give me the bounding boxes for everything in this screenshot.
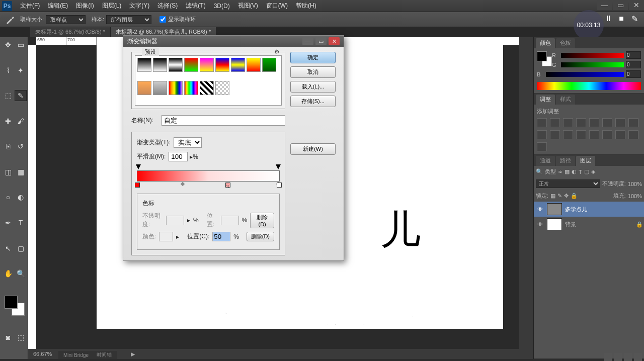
tab-styles[interactable]: 样式	[556, 95, 575, 105]
filter-type-icon[interactable]: T	[579, 169, 582, 175]
stop-icon[interactable]: ■	[617, 14, 626, 23]
name-input[interactable]	[162, 115, 285, 126]
preset-item[interactable]	[200, 81, 214, 95]
g-value[interactable]	[626, 61, 641, 68]
dlg-minimize-button[interactable]: —	[302, 37, 313, 45]
menu-help[interactable]: 帮助(H)	[292, 2, 320, 10]
menu-3d[interactable]: 3D(D)	[210, 3, 234, 10]
quick-mask-tool[interactable]: ◙	[2, 332, 14, 343]
layer-name[interactable]: 背景	[565, 221, 576, 228]
dlg-close-button[interactable]: ✕	[329, 37, 340, 45]
menu-window[interactable]: 窗口(W)	[262, 2, 292, 10]
lock-move-icon[interactable]: ✥	[564, 193, 569, 199]
fill-value[interactable]: 100%	[628, 193, 642, 199]
adj-invert-icon[interactable]	[563, 130, 573, 139]
save-button[interactable]: 存储(S)...	[290, 96, 336, 107]
adj-photo-icon[interactable]	[628, 118, 638, 127]
preset-item[interactable]	[184, 58, 198, 72]
opacity-stop-right[interactable]	[276, 164, 281, 169]
shape-tool[interactable]: ▢	[15, 243, 27, 254]
delete-opacity-button[interactable]: 删除(D)	[250, 213, 274, 228]
position-c-input[interactable]	[212, 232, 230, 241]
lock-all-icon[interactable]: 🔒	[571, 193, 578, 199]
preset-item[interactable]	[231, 58, 245, 72]
zoom-level[interactable]: 66.67%	[33, 351, 52, 357]
filter-smart-icon[interactable]: ◈	[591, 168, 595, 175]
history-brush-tool[interactable]: ↺	[15, 141, 27, 152]
dialog-titlebar[interactable]: 渐变编辑器 — ▭ ✕	[123, 36, 344, 47]
menu-layer[interactable]: 图层(L)	[98, 2, 126, 10]
screen-mode-tool[interactable]: ⬚	[15, 332, 27, 343]
r-slider[interactable]	[561, 53, 624, 58]
layer-name[interactable]: 多学点儿	[565, 206, 587, 213]
taskbar-icon[interactable]	[614, 353, 622, 361]
adj-curves-icon[interactable]	[563, 118, 573, 127]
b-value[interactable]	[626, 70, 641, 78]
adj-thresh-icon[interactable]	[589, 130, 599, 139]
delete-color-button[interactable]: 删除(D)	[247, 232, 274, 241]
adj-channel-icon[interactable]	[537, 130, 547, 139]
sample-select[interactable]: 所有图层	[106, 15, 151, 24]
color-stop-left[interactable]	[135, 183, 140, 188]
type-select[interactable]: 实底	[174, 137, 202, 148]
preset-item[interactable]	[247, 58, 261, 72]
visibility-icon[interactable]: 👁	[536, 221, 544, 227]
zoom-tool[interactable]: 🔍	[15, 268, 27, 279]
eyedropper-tool[interactable]: ✎	[15, 90, 27, 101]
new-button[interactable]: 新建(W)	[290, 143, 336, 155]
pen-tool[interactable]: ✒	[2, 217, 14, 228]
dodge-tool[interactable]: ◐	[15, 192, 27, 203]
preset-item[interactable]	[169, 81, 183, 95]
preset-item[interactable]	[184, 81, 198, 95]
lock-paint-icon[interactable]: ✎	[557, 193, 562, 199]
taskbar-icon[interactable]	[634, 353, 642, 361]
g-slider[interactable]	[561, 62, 624, 67]
filter-adj-icon[interactable]: ◐	[572, 168, 577, 175]
adj-hue-icon[interactable]	[602, 118, 612, 127]
gradient-tool[interactable]: ▦	[15, 166, 27, 177]
color-spectrum[interactable]	[537, 82, 641, 90]
preset-gear-icon[interactable]: ⚙	[274, 48, 280, 55]
taskbar-icon[interactable]	[604, 353, 612, 361]
preset-item[interactable]	[153, 81, 167, 95]
ok-button[interactable]: 确定	[290, 52, 336, 63]
color-stop-right[interactable]	[277, 183, 282, 188]
adj-gradmap-icon[interactable]	[602, 130, 612, 139]
r-value[interactable]	[626, 51, 641, 59]
tab-adjust[interactable]: 调整	[536, 95, 555, 105]
stamp-tool[interactable]: ⎘	[2, 141, 14, 152]
layer-thumb[interactable]	[547, 203, 562, 215]
timeline-tab[interactable]: 时间轴	[97, 351, 112, 358]
dlg-maximize-button[interactable]: ▭	[315, 37, 327, 45]
adj-brightness-icon[interactable]	[537, 118, 547, 127]
path-tool[interactable]: ↖	[2, 243, 14, 254]
adj-lookup-icon[interactable]	[550, 130, 560, 139]
mini-bridge-tab[interactable]: Mini Bridge	[63, 352, 89, 358]
preset-item[interactable]	[215, 81, 229, 95]
adj-levels-icon[interactable]	[550, 118, 560, 127]
lock-trans-icon[interactable]: ▦	[550, 193, 555, 199]
heal-tool[interactable]: ✚	[2, 116, 14, 127]
filter-pixel-icon[interactable]: ▦	[565, 168, 570, 175]
layer-row-text[interactable]: 👁 多学点儿	[534, 202, 644, 217]
preset-item[interactable]	[137, 81, 151, 95]
taskbar-icon[interactable]	[624, 353, 632, 361]
tab-channels[interactable]: 通道	[536, 156, 555, 166]
menu-image[interactable]: 图像(I)	[72, 2, 98, 10]
load-button[interactable]: 载入(L)...	[290, 81, 336, 93]
minimize-button[interactable]: —	[597, 0, 612, 10]
doc-tab-1[interactable]: 未标题-1 @ 66.7%(RGB/8) *	[30, 27, 111, 37]
menu-type[interactable]: 文字(Y)	[125, 2, 153, 10]
gradient-bar[interactable]: ☟	[137, 170, 280, 182]
menu-select[interactable]: 选择(S)	[153, 2, 182, 10]
close-button[interactable]: ✕	[629, 0, 644, 10]
layer-row-bg[interactable]: 👁 背景 🔒	[534, 217, 644, 232]
adj-bw-icon[interactable]	[615, 118, 625, 127]
blur-tool[interactable]: ○	[2, 192, 14, 203]
menu-view[interactable]: 视图(V)	[234, 2, 262, 10]
adj-exposure-icon[interactable]	[576, 118, 586, 127]
tab-layers[interactable]: 图层	[576, 156, 595, 166]
color-swatches[interactable]	[5, 296, 25, 316]
menu-edit[interactable]: 编辑(E)	[44, 2, 72, 10]
tab-color[interactable]: 颜色	[536, 38, 555, 48]
